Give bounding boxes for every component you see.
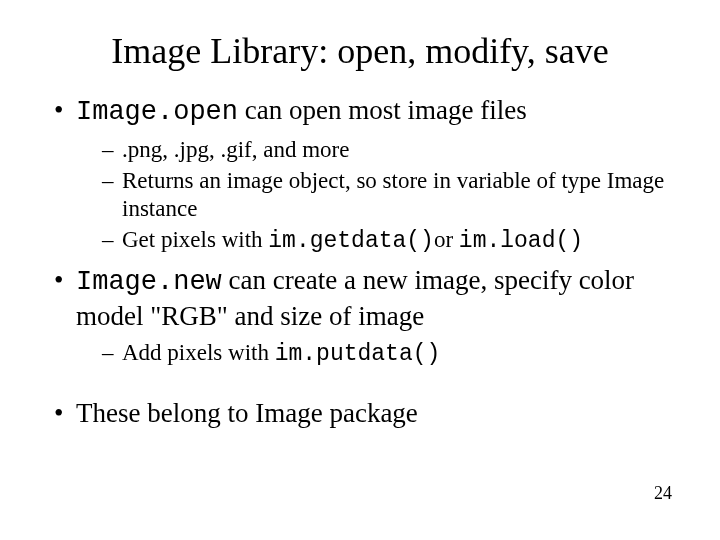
bullet-new: Image.new can create a new image, specif… [50, 264, 670, 334]
sub-bullet-getpixels: Get pixels with im.getdata()or im.load() [50, 226, 670, 256]
code-image-open: Image.open [76, 97, 238, 127]
bullet-group-2: Image.new can create a new image, specif… [50, 264, 670, 369]
text-getpixels-pre: Get pixels with [122, 227, 268, 252]
code-getdata: im.getdata() [268, 228, 434, 254]
code-putdata: im.putdata() [275, 341, 441, 367]
sub-bullet-returns: Returns an image object, so store in var… [50, 167, 670, 225]
spacer [50, 377, 670, 397]
slide-title: Image Library: open, modify, save [50, 30, 670, 72]
page-number: 24 [654, 483, 672, 504]
bullet-group-1: Image.open can open most image files .pn… [50, 94, 670, 256]
text-open-rest: can open most image files [238, 95, 527, 125]
sub-bullet-putdata: Add pixels with im.putdata() [50, 339, 670, 369]
slide: Image Library: open, modify, save Image.… [0, 0, 720, 540]
sub-bullet-formats: .png, .jpg, .gif, and more [50, 136, 670, 165]
bullet-package: These belong to Image package [50, 397, 670, 431]
code-image-new: Image.new [76, 267, 222, 297]
text-putdata-pre: Add pixels with [122, 340, 275, 365]
text-getpixels-mid: or [434, 227, 459, 252]
bullet-open: Image.open can open most image files [50, 94, 670, 130]
code-load: im.load() [459, 228, 583, 254]
